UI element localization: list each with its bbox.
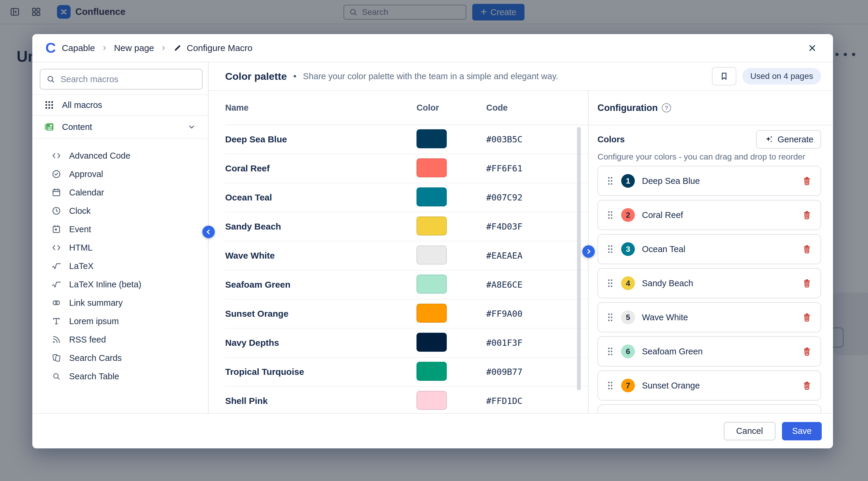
color-code: #A8E6CE	[486, 280, 588, 290]
breadcrumb-page[interactable]: New page	[114, 43, 154, 53]
palette-row: Shell Pink #FFD1DC	[225, 387, 588, 413]
sidebar-macro-item[interactable]: Calendar	[32, 183, 208, 202]
sidebar-macro-item[interactable]: Approval	[32, 165, 208, 183]
color-swatch	[416, 333, 447, 352]
color-name: Ocean Teal	[225, 192, 416, 202]
generate-button[interactable]: Generate	[756, 130, 821, 149]
configure-macro-modal: C Capable New page Configure Macro	[32, 34, 833, 448]
sidebar-item-all-macros[interactable]: All macros	[32, 94, 208, 115]
collapse-right-panel-button[interactable]	[582, 245, 595, 258]
trash-icon	[802, 175, 812, 186]
sidebar-macro-item[interactable]: HTML	[32, 238, 208, 257]
color-code: #FF9A00	[486, 309, 588, 319]
latex-icon	[51, 279, 61, 289]
color-card[interactable]: 6 Seafoam Green	[597, 336, 821, 366]
clock-icon	[51, 206, 61, 216]
breadcrumb-space[interactable]: Capable	[62, 43, 95, 53]
color-name: Sunset Orange	[225, 309, 416, 319]
delete-button[interactable]	[802, 210, 812, 220]
macro-sidebar: All macros Content Advanced Code Approva…	[32, 62, 209, 413]
trash-icon	[802, 380, 812, 391]
palette-row: Sunset Orange #FF9A00	[225, 299, 588, 328]
color-code: #FFD1DC	[486, 396, 588, 406]
bookmark-button[interactable]	[712, 67, 736, 86]
close-button[interactable]	[805, 40, 820, 56]
color-card[interactable]: 7 Sunset Orange	[597, 371, 821, 400]
help-icon[interactable]: ?	[662, 103, 671, 113]
modal-body: All macros Content Advanced Code Approva…	[32, 62, 833, 413]
color-swatch	[416, 275, 447, 294]
code-icon	[51, 243, 61, 253]
close-icon	[807, 43, 817, 53]
color-swatch	[416, 362, 447, 381]
configuration-body: Colors Generate Configure your colors - …	[589, 125, 833, 413]
drag-handle-icon[interactable]	[607, 347, 614, 356]
sidebar-macro-item[interactable]: Advanced Code	[32, 147, 208, 165]
screen: Confluence + Create Un C Capable New pag…	[0, 0, 868, 481]
chevron-right-icon	[101, 44, 108, 52]
palette-row: Coral Reef #FF6F61	[225, 154, 588, 183]
sidebar-category-content[interactable]: Content	[32, 115, 208, 139]
sidebar-macro-item[interactable]: Link summary	[32, 294, 208, 312]
pencil-icon	[173, 43, 182, 53]
order-badge: 3	[621, 242, 635, 256]
macro-search[interactable]	[40, 69, 203, 90]
delete-button[interactable]	[802, 175, 812, 186]
macro-item-label: Search Table	[69, 372, 119, 381]
palette-row: Sandy Beach #F4D03F	[225, 212, 588, 242]
color-code: #009B77	[486, 367, 588, 377]
macro-item-label: Search Cards	[69, 353, 122, 363]
delete-button[interactable]	[802, 278, 812, 289]
color-swatch	[416, 391, 447, 410]
sidebar-macro-item[interactable]: RSS feed	[32, 330, 208, 349]
save-button[interactable]: Save	[782, 422, 822, 440]
color-card[interactable]: 4 Sandy Beach	[597, 268, 821, 298]
all-macros-label: All macros	[62, 100, 102, 110]
palette-table-header: Name Color Code	[225, 91, 588, 125]
sidebar-macro-item[interactable]: Lorem ipsum	[32, 312, 208, 330]
color-swatch	[416, 217, 447, 235]
code-icon	[51, 151, 61, 161]
card-color-name: Sunset Orange	[642, 381, 700, 390]
palette-table: Name Color Code Deep Sea Blue #003B5C Co…	[209, 91, 589, 413]
color-name: Shell Pink	[225, 396, 416, 406]
color-card[interactable]: 3 Ocean Teal	[597, 234, 821, 264]
configuration-title: Configuration	[597, 103, 658, 113]
color-card[interactable]: 1 Deep Sea Blue	[597, 166, 821, 196]
collapse-left-panel-button[interactable]	[202, 226, 215, 238]
color-card[interactable]: 5 Wave White	[597, 302, 821, 332]
table-scrollbar[interactable]	[577, 127, 581, 390]
color-card[interactable]: 2 Coral Reef	[597, 200, 821, 230]
chevron-down-icon[interactable]	[187, 123, 196, 131]
drag-handle-icon[interactable]	[607, 210, 614, 220]
drag-handle-icon[interactable]	[607, 381, 614, 390]
macro-item-label: Lorem ipsum	[69, 316, 119, 326]
drag-handle-icon[interactable]	[607, 279, 614, 288]
sidebar-macro-item[interactable]: LaTeX Inline (beta)	[32, 275, 208, 294]
cancel-button[interactable]: Cancel	[724, 422, 775, 440]
sparkle-icon	[764, 134, 774, 145]
drag-handle-icon[interactable]	[607, 313, 614, 322]
order-badge: 1	[621, 174, 635, 188]
calendar-icon	[51, 187, 61, 197]
card-color-name: Deep Sea Blue	[642, 176, 700, 186]
delete-button[interactable]	[802, 346, 812, 357]
delete-button[interactable]	[802, 244, 812, 254]
sidebar-macro-item[interactable]: LaTeX	[32, 257, 208, 275]
sidebar-macro-item[interactable]: Event	[32, 220, 208, 238]
column-header-code: Code	[486, 103, 588, 113]
macro-item-label: LaTeX Inline (beta)	[69, 280, 141, 289]
generate-label: Generate	[777, 135, 813, 145]
macro-search-input[interactable]	[61, 74, 185, 84]
capable-logo: C	[45, 41, 55, 55]
sidebar-macro-item[interactable]: Search Table	[32, 367, 208, 386]
palette-row: Navy Depths #001F3F	[225, 328, 588, 358]
delete-button[interactable]	[802, 380, 812, 391]
card-color-name: Seafoam Green	[642, 347, 703, 356]
delete-button[interactable]	[802, 312, 812, 323]
drag-handle-icon[interactable]	[607, 244, 614, 254]
drag-handle-icon[interactable]	[607, 176, 614, 186]
sidebar-macro-item[interactable]: Clock	[32, 202, 208, 220]
sidebar-macro-item[interactable]: Search Cards	[32, 349, 208, 367]
order-badge: 5	[621, 311, 635, 324]
